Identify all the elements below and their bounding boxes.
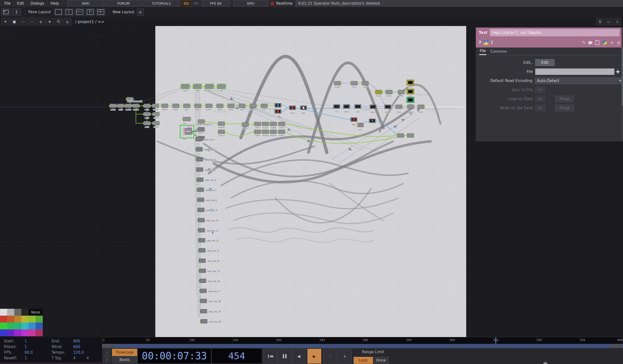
comment-icon[interactable] bbox=[588, 41, 592, 44]
color-swatch[interactable] bbox=[21, 323, 28, 329]
network-node[interactable]: caml1 bbox=[407, 89, 414, 97]
tempo-value[interactable]: 120.0 bbox=[73, 350, 84, 355]
help-icon[interactable]: ? bbox=[479, 40, 481, 45]
network-node[interactable]: resam1 bbox=[262, 122, 269, 129]
home-button[interactable]: ⌂ bbox=[63, 18, 71, 25]
color-swatch[interactable] bbox=[21, 329, 28, 336]
gpu-button[interactable]: GPU bbox=[233, 0, 268, 6]
network-node[interactable] bbox=[406, 134, 414, 138]
network-node[interactable]: noise4 bbox=[197, 127, 204, 134]
bookmark-button[interactable]: ↧ bbox=[12, 8, 21, 16]
color-swatch[interactable] bbox=[7, 329, 14, 336]
new-layout-add-button[interactable]: + bbox=[137, 9, 144, 16]
beats-mode-button[interactable]: Beats bbox=[112, 356, 137, 363]
network-node[interactable]: math14 bbox=[269, 130, 277, 137]
network-node[interactable]: select7 bbox=[218, 130, 225, 137]
menu-help[interactable]: Help bbox=[51, 1, 59, 6]
network-canvas[interactable]: noto1null3math2audio1soft1stret2math1res… bbox=[0, 26, 476, 337]
network-node[interactable]: noise2 bbox=[334, 81, 341, 88]
color-swatch[interactable] bbox=[21, 316, 28, 323]
network-node[interactable]: math1 bbox=[161, 104, 169, 111]
network-node[interactable]: noise1 bbox=[375, 90, 383, 97]
python-help-icon[interactable]: ? bbox=[484, 40, 488, 45]
edit-button[interactable]: Edit bbox=[535, 59, 555, 66]
color-swatch[interactable] bbox=[36, 329, 43, 336]
pane-type-dropdown[interactable]: ▼ bbox=[1, 18, 9, 25]
color-none-swatch[interactable]: None bbox=[28, 309, 43, 316]
layout-single-button[interactable] bbox=[54, 8, 63, 16]
layout-hsplit-button[interactable] bbox=[75, 8, 84, 16]
file-field[interactable] bbox=[535, 68, 614, 75]
write-toggle[interactable]: Off bbox=[535, 105, 545, 111]
info-icon[interactable]: i bbox=[491, 40, 493, 45]
playhead[interactable] bbox=[495, 337, 496, 344]
color-swatch[interactable] bbox=[14, 316, 21, 323]
network-node[interactable]: audio1 bbox=[132, 104, 140, 111]
color-swatch[interactable] bbox=[14, 329, 21, 336]
load-pulse-button[interactable]: Pulse bbox=[555, 96, 574, 102]
network-node[interactable] bbox=[275, 103, 281, 107]
timecode-mode-button[interactable]: Timecode bbox=[112, 349, 137, 356]
play-reverse-button[interactable]: ◀ bbox=[292, 349, 306, 364]
once-button[interactable]: Once bbox=[373, 357, 389, 364]
tab-common[interactable]: Common bbox=[490, 49, 508, 55]
network-node[interactable]: math6 bbox=[269, 122, 277, 129]
color-swatch[interactable] bbox=[28, 329, 36, 336]
tsig-value[interactable]: 4 bbox=[73, 356, 76, 360]
step-forward-button[interactable]: + bbox=[338, 349, 352, 364]
network-node[interactable]: math2 bbox=[124, 104, 132, 111]
back-button[interactable]: ⇦ bbox=[19, 18, 27, 25]
menu-dialogs[interactable]: Dialogs bbox=[30, 1, 44, 6]
network-node[interactable]: math3 bbox=[194, 104, 202, 111]
color-swatch[interactable] bbox=[28, 316, 36, 323]
start-value[interactable]: 1 bbox=[24, 339, 27, 344]
integer-toggle[interactable]: I bbox=[104, 356, 110, 363]
end-value[interactable]: 600 bbox=[73, 339, 80, 344]
add-parameter-icon[interactable]: + bbox=[610, 40, 614, 45]
step-back-button[interactable]: - bbox=[323, 349, 337, 364]
file-add-icon[interactable]: + bbox=[615, 69, 620, 74]
network-node[interactable] bbox=[397, 134, 404, 138]
oi-toggle[interactable]: O|I bbox=[181, 0, 191, 6]
pencil-icon[interactable]: ✎ bbox=[582, 40, 585, 45]
write-pulse-button[interactable]: Pulse bbox=[555, 104, 574, 111]
pause-button[interactable] bbox=[278, 349, 291, 364]
pane-resize-handle[interactable] bbox=[543, 362, 548, 364]
fraction-toggle[interactable]: / bbox=[104, 349, 110, 356]
network-node[interactable]: math5 bbox=[249, 104, 257, 111]
color-swatch[interactable] bbox=[7, 309, 14, 316]
color-swatch[interactable] bbox=[36, 323, 43, 329]
jump-to-start-button[interactable]: ◀◀ bbox=[264, 349, 277, 364]
realtime-checkbox[interactable] bbox=[270, 2, 274, 5]
timeline-range-bar[interactable]: ⋯ ⋯ bbox=[102, 344, 623, 348]
rstart-value[interactable]: 1 bbox=[24, 344, 27, 349]
network-node[interactable] bbox=[182, 117, 191, 121]
color-swatch[interactable] bbox=[7, 323, 14, 329]
stop-button[interactable]: ■ bbox=[10, 18, 18, 25]
color-swatch[interactable] bbox=[7, 316, 14, 323]
pane-zero-button[interactable]: 0 bbox=[597, 18, 604, 25]
color-swatch[interactable] bbox=[0, 309, 7, 316]
python-icon[interactable] bbox=[602, 40, 607, 45]
color-swatch[interactable] bbox=[0, 329, 7, 336]
layout-quad-button[interactable] bbox=[96, 8, 105, 16]
load-toggle[interactable]: Off bbox=[535, 96, 545, 102]
resetf-value[interactable]: 1 bbox=[24, 356, 27, 360]
color-swatch[interactable] bbox=[0, 316, 7, 323]
network-node[interactable] bbox=[369, 119, 376, 123]
color-swatch[interactable] bbox=[28, 323, 36, 329]
forward-button[interactable]: ⇨ bbox=[28, 18, 36, 25]
copy-parameters-icon[interactable] bbox=[595, 40, 600, 45]
color-swatch[interactable] bbox=[36, 316, 43, 323]
network-editor[interactable]: noto1null3math2audio1soft1stret2math1res… bbox=[0, 26, 623, 337]
layout-vsplit-button[interactable] bbox=[64, 8, 74, 16]
timeline-ruler[interactable]: 151101151201251301351401451501551600 bbox=[102, 337, 623, 344]
add-button[interactable]: + bbox=[37, 18, 45, 25]
sync-toggle[interactable]: Off bbox=[535, 87, 545, 93]
tutorials-button[interactable]: TUTORIALS bbox=[143, 0, 180, 6]
tab-file[interactable]: File bbox=[479, 49, 486, 55]
forum-button[interactable]: FORUM bbox=[105, 0, 142, 6]
network-node[interactable]: math11 bbox=[241, 122, 249, 129]
favorite-button[interactable]: ★ bbox=[46, 18, 54, 25]
rend-value[interactable]: 600 bbox=[73, 344, 80, 349]
